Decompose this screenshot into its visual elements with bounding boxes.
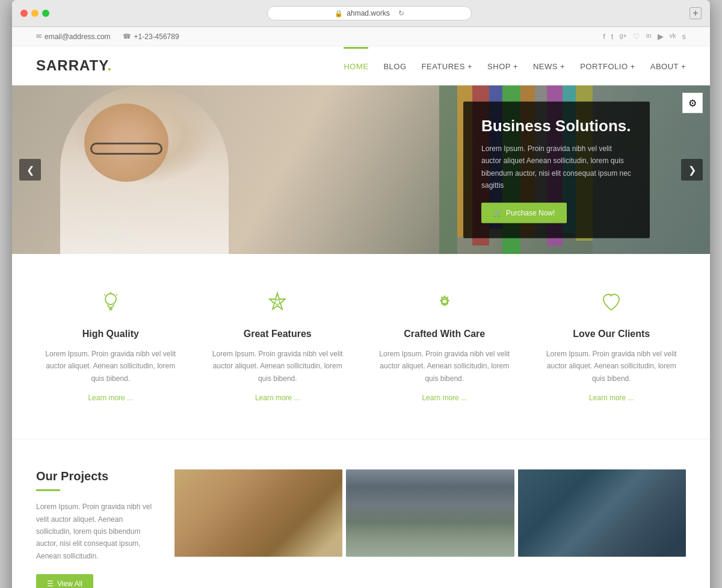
features-section: High Quality Lorem Ipsum. Proin gravida … <box>12 254 710 439</box>
facebook-icon[interactable]: f <box>603 32 605 41</box>
feature-title-quality: High Quality <box>45 329 176 339</box>
projects-info: Our Projects Lorem Ipsum. Proin gravida … <box>36 469 156 588</box>
feature-title-crafted: Crafted With Care <box>379 329 510 339</box>
feature-desc-clients: Lorem Ipsum. Proin gravida nibh vel veli… <box>546 348 677 385</box>
list-icon: ☰ <box>47 580 54 588</box>
project-thumb-1[interactable] <box>174 469 342 557</box>
phone-text: +1-23-456789 <box>134 32 179 41</box>
dot-red[interactable] <box>20 10 28 17</box>
svg-point-7 <box>275 300 280 305</box>
svg-line-4 <box>104 294 105 296</box>
feature-desc-features: Lorem Ipsum. Proin gravida nibh vel veli… <box>212 348 344 385</box>
google-plus-icon[interactable]: g+ <box>619 32 627 41</box>
feature-link-quality[interactable]: Learn more ... <box>88 394 133 402</box>
projects-section: Our Projects Lorem Ipsum. Proin gravida … <box>12 439 710 588</box>
hero-title: Business Solutions. <box>481 117 632 135</box>
url-text[interactable]: ahmad.works <box>347 9 389 17</box>
browser-url-bar: 🔒 ahmad.works ↻ <box>55 6 683 20</box>
feature-link-features[interactable]: Learn more ... <box>255 394 300 402</box>
lock-icon: 🔒 <box>335 10 343 17</box>
nav-item-features[interactable]: FEATURES + <box>422 47 473 84</box>
nav-item-shop[interactable]: SHOP + <box>487 47 518 84</box>
projects-gallery <box>174 469 686 557</box>
hero-description: Lorem Ipsum. Proin gravida nibh vel veli… <box>481 143 632 192</box>
feature-link-crafted[interactable]: Learn more ... <box>422 394 467 402</box>
purchase-button[interactable]: 🛒 Purchase Now! <box>481 202 567 223</box>
phone-icon: ☎ <box>123 32 131 40</box>
hero-overlay: Business Solutions. Lorem Ipsum. Proin g… <box>463 102 650 238</box>
pinterest-icon[interactable]: ♡ <box>633 32 640 41</box>
projects-desc: Lorem Ipsum. Proin gravida nibh vel veli… <box>36 501 156 562</box>
dot-green[interactable] <box>42 10 49 17</box>
features-grid: High Quality Lorem Ipsum. Proin gravida … <box>36 290 686 403</box>
project-thumb-3[interactable] <box>518 469 686 557</box>
bulb-icon <box>45 290 176 318</box>
phone-info: ☎ +1-23-456789 <box>123 32 179 41</box>
vk-icon[interactable]: vk <box>670 32 676 41</box>
feature-title-clients: Love Our Clients <box>546 329 677 339</box>
browser-titlebar: 🔒 ahmad.works ↻ + <box>12 0 710 27</box>
logo[interactable]: SARRATY. <box>36 57 112 74</box>
browser-dots <box>20 10 49 17</box>
chevron-left-icon: ❮ <box>26 164 34 176</box>
dot-yellow[interactable] <box>31 10 39 17</box>
chevron-right-icon: ❯ <box>688 164 696 176</box>
browser-window: 🔒 ahmad.works ↻ + ✉ email@address.com ☎ … <box>12 0 710 588</box>
projects-underline <box>36 489 60 491</box>
nav-item-about[interactable]: ABOUT + <box>650 47 686 84</box>
project-thumb-2[interactable] <box>346 469 514 557</box>
feature-link-clients[interactable]: Learn more ... <box>589 394 634 402</box>
feature-clients: Love Our Clients Lorem Ipsum. Proin grav… <box>537 290 687 403</box>
feature-crafted: Crafted With Care Lorem Ipsum. Proin gra… <box>370 290 519 403</box>
svg-line-5 <box>116 294 117 296</box>
svg-point-0 <box>105 294 116 305</box>
cog-icon <box>379 290 510 318</box>
slider-prev-button[interactable]: ❮ <box>19 159 41 181</box>
svg-marker-6 <box>270 293 285 309</box>
new-tab-button[interactable]: + <box>690 7 702 19</box>
feature-great-features: Great Features Lorem Ipsum. Proin gravid… <box>203 290 353 403</box>
nav-item-news[interactable]: NEWS + <box>533 47 565 84</box>
email-text: email@address.com <box>45 32 111 41</box>
nav-item-portfolio[interactable]: PORTFOLIO + <box>580 47 635 84</box>
hero-glasses <box>90 143 162 155</box>
feature-title-features: Great Features <box>212 329 344 339</box>
view-all-button[interactable]: ☰ View All <box>36 574 93 588</box>
nav-menu: HOME BLOG FEATURES + SHOP + NEWS + PORTF… <box>344 47 686 84</box>
cart-icon: 🛒 <box>493 208 502 217</box>
logo-text: SARRATY <box>36 57 108 73</box>
email-icon: ✉ <box>36 32 42 40</box>
projects-title: Our Projects <box>36 469 156 483</box>
feature-high-quality: High Quality Lorem Ipsum. Proin gravida … <box>36 290 185 403</box>
slider-settings-button[interactable]: ⚙ <box>682 93 703 113</box>
youtube-icon[interactable]: ▶ <box>658 32 664 41</box>
view-all-label: View All <box>57 580 82 588</box>
logo-dot: . <box>108 57 113 73</box>
heart-icon <box>546 290 677 318</box>
projects-layout: Our Projects Lorem Ipsum. Proin gravida … <box>36 469 686 588</box>
slider-next-button[interactable]: ❯ <box>681 159 703 181</box>
nav-item-blog[interactable]: BLOG <box>383 47 406 84</box>
purchase-button-label: Purchase Now! <box>506 208 555 217</box>
star-diamond-icon <box>212 290 344 318</box>
info-bar-left: ✉ email@address.com ☎ +1-23-456789 <box>36 32 179 41</box>
linkedin-icon[interactable]: in <box>646 32 652 41</box>
twitter-icon[interactable]: t <box>611 32 614 41</box>
feature-desc-quality: Lorem Ipsum. Proin gravida nibh vel veli… <box>45 348 176 385</box>
nav-item-home[interactable]: HOME <box>344 47 368 84</box>
refresh-icon[interactable]: ↻ <box>398 9 404 17</box>
social-icons: f t g+ ♡ in ▶ vk s <box>603 32 686 41</box>
email-info: ✉ email@address.com <box>36 32 111 41</box>
hero-slider: Business Solutions. Lorem Ipsum. Proin g… <box>12 85 710 254</box>
gear-icon: ⚙ <box>688 97 697 109</box>
skype-icon[interactable]: s <box>682 32 687 41</box>
info-bar: ✉ email@address.com ☎ +1-23-456789 f t g… <box>12 27 710 46</box>
feature-desc-crafted: Lorem Ipsum. Proin gravida nibh vel veli… <box>379 348 510 385</box>
main-nav: SARRATY. HOME BLOG FEATURES + SHOP + NEW… <box>12 46 710 85</box>
